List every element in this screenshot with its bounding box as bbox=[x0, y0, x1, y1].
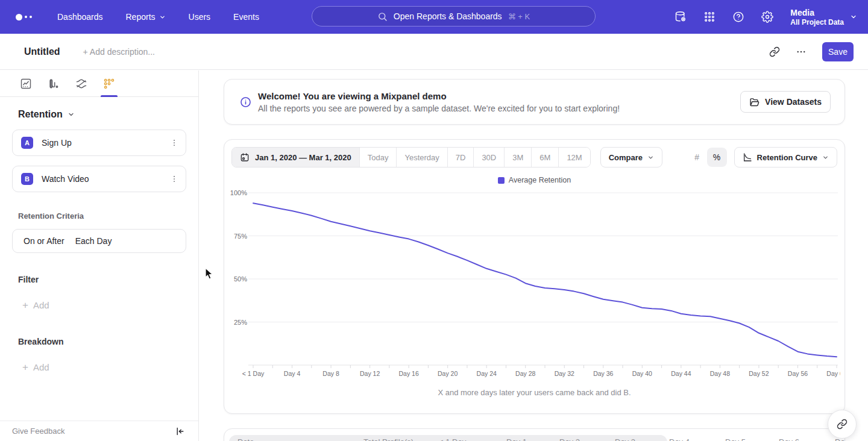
col-date[interactable]: Date bbox=[237, 437, 254, 441]
global-search-input[interactable]: Open Reports & Dashboards ⌘ + K bbox=[312, 6, 596, 27]
plus-icon: + bbox=[22, 301, 28, 310]
nav-reports[interactable]: Reports bbox=[126, 12, 166, 22]
col-day2[interactable]: Day 2 bbox=[559, 437, 580, 441]
active-tab-underline bbox=[101, 95, 118, 97]
primary-nav: Dashboards Reports Users Events bbox=[57, 12, 259, 22]
preset-7d[interactable]: 7D bbox=[447, 148, 474, 167]
add-breakdown-button[interactable]: + Add bbox=[22, 362, 198, 372]
date-range-group: Jan 1, 2020 — Mar 1, 2020 Today Yesterda… bbox=[231, 147, 591, 167]
legend-swatch bbox=[498, 177, 505, 184]
svg-text:Day 8: Day 8 bbox=[322, 370, 339, 377]
report-title[interactable]: Untitled bbox=[24, 46, 60, 57]
copy-link-icon[interactable] bbox=[769, 46, 780, 57]
compare-button[interactable]: Compare bbox=[600, 147, 662, 167]
report-actions: Save bbox=[769, 42, 854, 61]
search-shortcut: ⌘ + K bbox=[508, 12, 530, 21]
share-link-fab[interactable] bbox=[828, 410, 857, 439]
data-management-icon[interactable] bbox=[675, 11, 687, 23]
col-total-profiles[interactable]: Total Profile(s) bbox=[363, 437, 414, 441]
criteria-on-or-after[interactable]: On or After bbox=[24, 236, 64, 246]
mixpanel-logo[interactable] bbox=[16, 14, 32, 20]
date-range-picker[interactable]: Jan 1, 2020 — Mar 1, 2020 bbox=[232, 148, 359, 167]
preset-3m[interactable]: 3M bbox=[504, 148, 531, 167]
col-lt1day[interactable]: < 1 Day bbox=[439, 437, 466, 441]
tab-funnels[interactable] bbox=[48, 70, 60, 97]
col-day3[interactable]: Day 3 bbox=[615, 437, 635, 441]
step-card-a[interactable]: A Sign Up bbox=[12, 130, 186, 156]
step-badge-b: B bbox=[21, 173, 33, 185]
tab-flows[interactable] bbox=[75, 70, 87, 97]
preset-30d[interactable]: 30D bbox=[473, 148, 504, 167]
chart-legend: Average Retention bbox=[224, 176, 844, 184]
step-card-b[interactable]: B Watch Video bbox=[12, 166, 186, 192]
percent-toggle[interactable]: % bbox=[707, 148, 727, 167]
col-day1[interactable]: Day 1 bbox=[506, 437, 527, 441]
collapse-sidebar-icon[interactable] bbox=[175, 427, 185, 436]
retention-line-chart[interactable]: 100%75%50%25%< 1 DayDay 4Day 8Day 12Day … bbox=[230, 187, 840, 381]
add-filter-button[interactable]: + Add bbox=[22, 300, 198, 310]
retention-criteria-card[interactable]: On or After Each Day bbox=[12, 229, 186, 253]
chevron-down-icon bbox=[159, 14, 166, 20]
preset-today[interactable]: Today bbox=[359, 148, 397, 167]
preset-12m[interactable]: 12M bbox=[558, 148, 590, 167]
svg-text:Day 60: Day 60 bbox=[826, 370, 840, 377]
chevron-down-icon bbox=[850, 13, 857, 20]
apps-grid-icon[interactable] bbox=[703, 11, 715, 23]
tab-retention[interactable] bbox=[103, 70, 115, 97]
svg-text:Day 24: Day 24 bbox=[477, 370, 497, 377]
tab-insights[interactable] bbox=[20, 70, 32, 97]
sidebar-footer: Give Feedback bbox=[0, 421, 198, 441]
chart-caption: X and more days later your users came ba… bbox=[224, 388, 844, 397]
report-main: Welcome! You are viewing a Mixpanel demo… bbox=[200, 70, 868, 441]
give-feedback-link[interactable]: Give Feedback bbox=[12, 427, 64, 436]
nav-users[interactable]: Users bbox=[189, 12, 211, 22]
chevron-down-icon bbox=[68, 111, 75, 118]
logo-dot-small bbox=[25, 16, 27, 18]
chart-type-dropdown[interactable]: Retention Curve bbox=[734, 147, 837, 167]
project-scope: All Project Data bbox=[790, 18, 844, 27]
chart-toolbar: Jan 1, 2020 — Mar 1, 2020 Today Yesterda… bbox=[224, 140, 844, 167]
nav-dashboards[interactable]: Dashboards bbox=[57, 12, 103, 22]
preset-yesterday[interactable]: Yesterday bbox=[396, 148, 447, 167]
svg-text:Day 12: Day 12 bbox=[360, 370, 380, 377]
save-button[interactable]: Save bbox=[822, 42, 854, 61]
folder-icon bbox=[749, 97, 760, 107]
banner-title: Welcome! You are viewing a Mixpanel demo bbox=[258, 91, 740, 101]
preset-6m[interactable]: 6M bbox=[531, 148, 558, 167]
step-menu-icon[interactable] bbox=[170, 139, 178, 147]
logo-dot-small bbox=[30, 16, 32, 18]
chevron-down-icon bbox=[822, 154, 829, 161]
absolute-numbers-toggle[interactable]: # bbox=[687, 148, 707, 167]
help-icon[interactable] bbox=[732, 11, 744, 23]
retention-criteria-label: Retention Criteria bbox=[18, 211, 198, 220]
report-type-tabs bbox=[0, 70, 198, 97]
col-day5[interactable]: Day 5 bbox=[725, 437, 746, 441]
add-description-field[interactable]: + Add description... bbox=[83, 47, 155, 57]
criteria-each-day[interactable]: Each Day bbox=[75, 236, 112, 246]
nav-events[interactable]: Events bbox=[233, 12, 259, 22]
col-day4[interactable]: Day 4 bbox=[669, 437, 690, 441]
nav-right-cluster: Media All Project Data bbox=[675, 0, 857, 34]
settings-gear-icon[interactable] bbox=[761, 11, 773, 23]
report-type-dropdown[interactable]: Retention bbox=[18, 109, 198, 120]
retention-chart-card: Jan 1, 2020 — Mar 1, 2020 Today Yesterda… bbox=[224, 139, 845, 414]
svg-text:75%: 75% bbox=[234, 233, 247, 240]
svg-text:Day 48: Day 48 bbox=[710, 370, 730, 377]
welcome-banner: Welcome! You are viewing a Mixpanel demo… bbox=[224, 79, 845, 125]
app-root: Dashboards Reports Users Events Open Rep… bbox=[0, 0, 868, 441]
banner-subtitle: All the reports you see are powered by a… bbox=[258, 104, 740, 113]
step-menu-icon[interactable] bbox=[170, 175, 178, 183]
view-datasets-button[interactable]: View Datasets bbox=[740, 91, 831, 113]
svg-text:Day 52: Day 52 bbox=[749, 370, 769, 377]
date-controls: Jan 1, 2020 — Mar 1, 2020 Today Yesterda… bbox=[231, 147, 662, 167]
plus-icon: + bbox=[22, 363, 28, 372]
more-options-icon[interactable] bbox=[796, 46, 807, 57]
search-icon bbox=[377, 11, 388, 22]
content-area: Retention A Sign Up B Watch Video Rete bbox=[0, 70, 868, 441]
logo-dot-large bbox=[16, 14, 22, 20]
legend-label: Average Retention bbox=[509, 176, 571, 184]
svg-text:Day 36: Day 36 bbox=[593, 370, 613, 377]
col-day6[interactable]: Day 6 bbox=[779, 437, 799, 441]
project-switcher[interactable]: Media All Project Data bbox=[790, 8, 857, 27]
retention-table-card: Date Total Profile(s) < 1 Day Day 1 Day … bbox=[224, 428, 845, 441]
